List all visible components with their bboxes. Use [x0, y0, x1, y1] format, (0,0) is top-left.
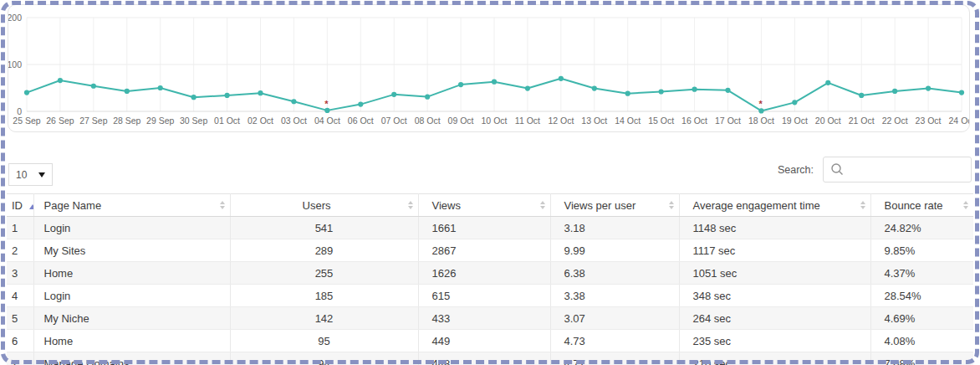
page-length-select[interactable]: 10: [8, 163, 53, 186]
x-axis-tick-label: 26 Sep: [46, 116, 74, 126]
annotation-asterisk: *: [758, 99, 763, 109]
x-axis-tick-label: 03 Oct: [281, 116, 307, 126]
table-cell: 4.77: [550, 352, 679, 365]
search-label: Search:: [778, 164, 814, 176]
data-point: [58, 78, 63, 83]
data-point: [725, 88, 730, 93]
table-cell: 2: [7, 239, 33, 262]
table-cell: 449: [418, 330, 550, 352]
data-point: [525, 85, 530, 90]
sort-both-icon: [540, 201, 545, 209]
table-cell: 1117 sec: [679, 239, 870, 262]
table-row: 2My Sites28928679.991117 sec9.85%: [7, 239, 973, 262]
sort-both-icon: [669, 201, 674, 209]
x-axis-tick-label: 10 Oct: [482, 116, 508, 126]
table-cell: 5: [7, 307, 33, 330]
table-cell: 3.38: [550, 285, 679, 307]
data-point: [158, 85, 163, 90]
pages-table: IDPage NameUsersViewsViews per userAvera…: [7, 193, 973, 365]
table-row: 3Home25516266.381051 sec4.37%: [7, 262, 973, 285]
table-cell: 264 sec: [679, 307, 870, 330]
data-point: [692, 87, 697, 92]
x-axis-tick-label: 25 Sep: [13, 116, 40, 126]
data-point: [625, 91, 630, 96]
table-cell: 3: [7, 262, 33, 285]
table-cell: Login: [33, 285, 230, 307]
x-axis-tick-label: 18 Oct: [748, 116, 774, 126]
search-input[interactable]: [850, 157, 971, 182]
x-axis-tick-label: 15 Oct: [648, 116, 674, 126]
column-header-views-per-user[interactable]: Views per user: [550, 194, 679, 217]
data-point: [559, 76, 564, 81]
sort-both-icon: [220, 201, 225, 209]
table-cell: 1: [7, 217, 33, 239]
page-views-chart-card: 010020025 Sep26 Sep27 Sep28 Sep29 Sep30 …: [8, 4, 970, 132]
data-point: [258, 90, 263, 95]
data-point: [892, 89, 897, 94]
y-axis-tick-label: 100: [8, 59, 22, 69]
search-icon: [830, 162, 845, 177]
column-header-page-name[interactable]: Page Name: [33, 194, 230, 217]
data-point: [659, 89, 664, 94]
table-cell: My Sites: [33, 239, 230, 262]
table-cell: 2867: [418, 239, 550, 262]
data-point: [792, 100, 797, 105]
data-point: [224, 93, 229, 98]
x-axis-tick-label: 20 Oct: [815, 116, 841, 126]
table-row: 1Login54116613.181148 sec24.82%: [7, 217, 973, 239]
data-point: [825, 80, 830, 85]
table-cell: 541: [230, 217, 418, 239]
x-axis-tick-label: 11 Oct: [515, 116, 540, 126]
table-row: 6Home954494.73235 sec4.08%: [7, 330, 973, 352]
data-point: [859, 93, 864, 98]
column-header-label: Bounce rate: [885, 199, 943, 212]
y-axis-tick-label: 0: [17, 106, 22, 116]
annotation-asterisk: *: [324, 99, 329, 109]
x-axis-tick-label: 29 Sep: [146, 116, 174, 126]
table-cell: 7.08%: [870, 352, 973, 365]
column-header-bounce-rate[interactable]: Bounce rate: [870, 194, 973, 217]
table-cell: 289: [230, 239, 418, 262]
sort-both-icon: [963, 201, 968, 209]
x-axis-tick-label: 07 Oct: [381, 116, 407, 126]
table-cell: 433: [418, 307, 550, 330]
table-cell: 4.37%: [870, 262, 973, 285]
x-axis-tick-label: 21 Oct: [849, 116, 875, 126]
column-header-users[interactable]: Users: [230, 194, 418, 217]
data-point: [592, 85, 597, 90]
table-cell: 615: [418, 285, 550, 307]
table-cell: 3.18: [550, 217, 679, 239]
data-point: [926, 85, 931, 90]
table-cell: Home: [33, 330, 230, 352]
column-header-label: Users: [303, 199, 331, 212]
search-box: [823, 157, 972, 182]
x-axis-tick-label: 04 Oct: [314, 116, 340, 126]
table-cell: 1661: [418, 217, 550, 239]
table-cell: 348 sec: [679, 285, 870, 307]
table-header-row: IDPage NameUsersViewsViews per userAvera…: [7, 194, 973, 217]
table-cell: 7: [7, 352, 33, 365]
search-area: Search:: [778, 157, 972, 182]
column-header-views[interactable]: Views: [418, 194, 550, 217]
x-axis-tick-label: 12 Oct: [548, 116, 574, 126]
table-cell: 185: [230, 285, 418, 307]
data-point: [391, 92, 396, 97]
column-header-average-engagement-time[interactable]: Average engagement time: [679, 194, 870, 217]
column-header-label: Views per user: [564, 199, 636, 212]
x-axis-tick-label: 01 Oct: [214, 116, 240, 126]
x-axis-tick-label: 16 Oct: [681, 116, 707, 126]
table-cell: 95: [230, 330, 418, 352]
column-header-id[interactable]: ID: [7, 194, 33, 217]
table-cell: 6: [7, 330, 33, 352]
table-cell: 1148 sec: [679, 217, 870, 239]
table-row: 7Manage Domains944484.77210 sec7.08%: [7, 352, 973, 365]
x-axis-tick-label: 19 Oct: [782, 116, 808, 126]
x-axis-tick-label: 08 Oct: [415, 116, 441, 126]
table-cell: 4.69%: [870, 307, 973, 330]
data-point: [24, 90, 29, 95]
column-header-label: Views: [432, 199, 461, 212]
line-chart-svg: 010020025 Sep26 Sep27 Sep28 Sep29 Sep30 …: [8, 5, 969, 131]
table-cell: 28.54%: [870, 285, 973, 307]
table-cell: 24.82%: [870, 217, 973, 239]
chevron-down-icon: [38, 172, 45, 177]
